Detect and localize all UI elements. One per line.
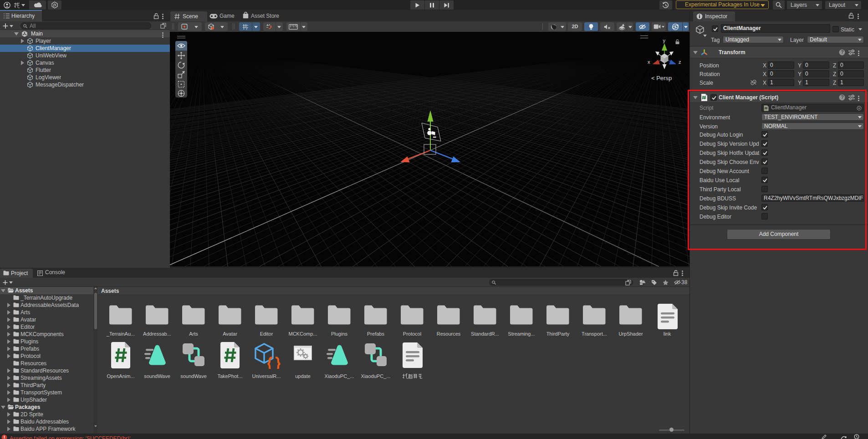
svg-text:y: y [663, 38, 666, 43]
svg-text:Y: Y [245, 27, 248, 31]
svg-text:x: x [648, 59, 650, 65]
svg-text:z: z [679, 59, 681, 65]
svg-text:?: ? [841, 50, 843, 55]
